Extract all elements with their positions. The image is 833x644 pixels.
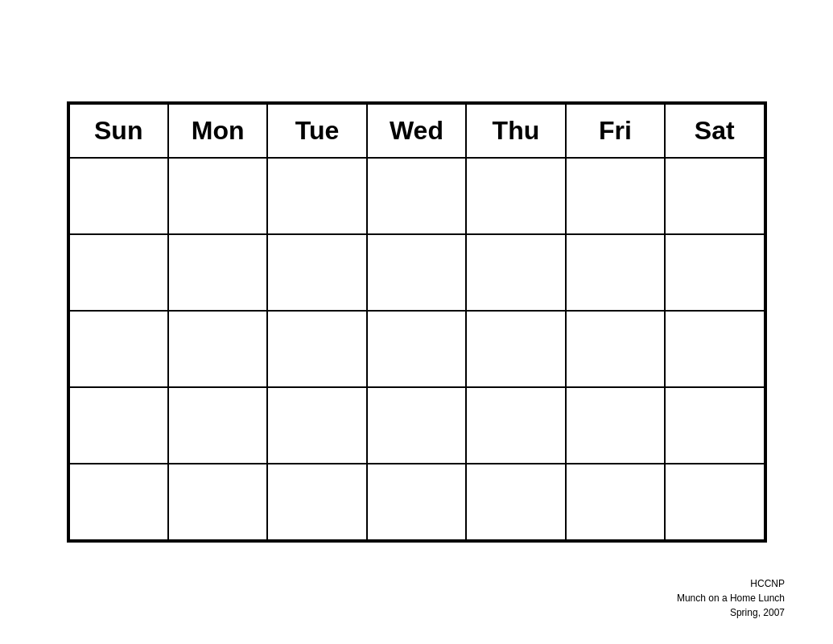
calendar-cell[interactable] [267, 387, 366, 464]
header-sat: Sat [665, 104, 764, 158]
calendar-cell[interactable] [466, 387, 565, 464]
calendar-cell[interactable] [267, 464, 366, 540]
calendar-cell[interactable] [168, 234, 267, 311]
footer-line1: HCCNP [677, 576, 785, 591]
calendar-cell[interactable] [665, 387, 764, 464]
calendar-cell[interactable] [69, 464, 168, 540]
calendar-cell[interactable] [665, 234, 764, 311]
calendar-cell[interactable] [566, 387, 665, 464]
calendar-cell[interactable] [69, 387, 168, 464]
calendar-row [69, 387, 765, 464]
header-tue: Tue [267, 104, 366, 158]
header-mon: Mon [168, 104, 267, 158]
calendar-cell[interactable] [69, 311, 168, 387]
calendar-cell[interactable] [665, 464, 764, 540]
calendar-cell[interactable] [665, 311, 764, 387]
calendar-cell[interactable] [168, 464, 267, 540]
calendar-cell[interactable] [566, 158, 665, 234]
calendar-cell[interactable] [267, 234, 366, 311]
calendar-table: Sun Mon Tue Wed Thu Fri Sat [68, 103, 765, 541]
calendar-row [69, 234, 765, 311]
header-fri: Fri [566, 104, 665, 158]
calendar-cell[interactable] [367, 234, 466, 311]
calendar-cell[interactable] [367, 464, 466, 540]
calendar-cell[interactable] [466, 311, 565, 387]
calendar-cell[interactable] [69, 158, 168, 234]
header-row: Sun Mon Tue Wed Thu Fri Sat [69, 104, 765, 158]
calendar-cell[interactable] [665, 158, 764, 234]
calendar-cell[interactable] [367, 311, 466, 387]
page-wrapper: Sun Mon Tue Wed Thu Fri Sat HCCNP Munch … [0, 0, 833, 644]
header-thu: Thu [466, 104, 565, 158]
footer-line2: Munch on a Home Lunch [677, 591, 785, 605]
calendar-cell[interactable] [566, 464, 665, 540]
calendar-cell[interactable] [566, 311, 665, 387]
calendar-cell[interactable] [466, 464, 565, 540]
calendar-cell[interactable] [466, 234, 565, 311]
calendar-row [69, 464, 765, 540]
calendar-container: Sun Mon Tue Wed Thu Fri Sat [67, 101, 767, 543]
calendar-cell[interactable] [168, 387, 267, 464]
calendar-cell[interactable] [168, 311, 267, 387]
calendar-cell[interactable] [367, 387, 466, 464]
calendar-cell[interactable] [466, 158, 565, 234]
header-wed: Wed [367, 104, 466, 158]
calendar-cell[interactable] [267, 158, 366, 234]
header-sun: Sun [69, 104, 168, 158]
calendar-cell[interactable] [566, 234, 665, 311]
calendar-cell[interactable] [69, 234, 168, 311]
calendar-row [69, 158, 765, 234]
footer-text: HCCNP Munch on a Home Lunch Spring, 2007 [677, 576, 785, 620]
footer-line3: Spring, 2007 [677, 605, 785, 620]
calendar-cell[interactable] [267, 311, 366, 387]
calendar-cell[interactable] [168, 158, 267, 234]
calendar-row [69, 311, 765, 387]
calendar-cell[interactable] [367, 158, 466, 234]
